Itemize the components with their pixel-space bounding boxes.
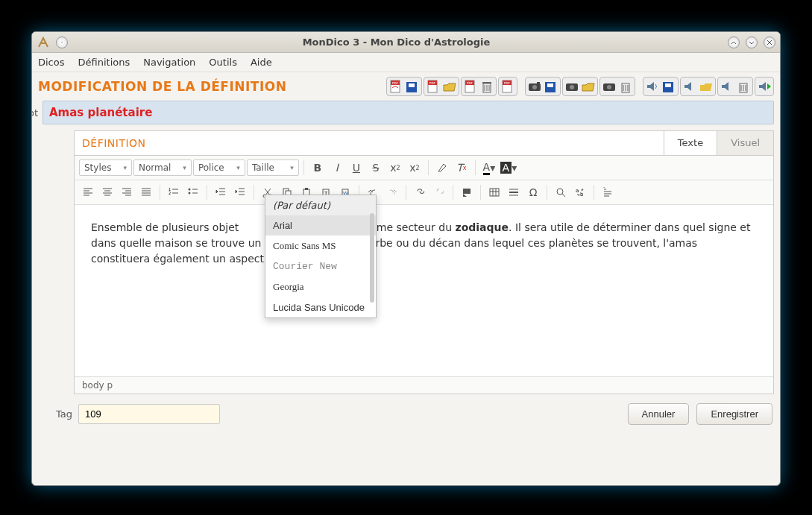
sound-save-icon[interactable] xyxy=(661,78,677,95)
font-option-courier[interactable]: Courier New xyxy=(265,256,376,277)
tag-label: Tag xyxy=(56,408,72,420)
editor-toolbar-1: Styles▾ Normal▾ Police▾ Taille▾ B I U S … xyxy=(75,156,773,180)
align-justify-button[interactable] xyxy=(137,183,155,201)
mot-field[interactable]: Amas planétaire xyxy=(43,101,774,124)
camera-icon-2[interactable] xyxy=(564,78,580,95)
tabs: DÉFINITION Texte Visuel xyxy=(74,130,774,156)
bold-button[interactable]: B xyxy=(309,159,327,177)
svg-text:PDF: PDF xyxy=(429,81,435,85)
hr-button[interactable] xyxy=(505,183,523,201)
font-option-default[interactable]: (Par défaut) xyxy=(265,195,376,215)
menu-navigation[interactable]: Navigation xyxy=(143,57,195,68)
menu-aide[interactable]: Aide xyxy=(251,57,272,68)
maximize-button[interactable] xyxy=(746,37,758,48)
close-button[interactable] xyxy=(764,37,775,48)
dropdown-scrollbar[interactable] xyxy=(370,213,374,303)
sound-play-icon[interactable] xyxy=(756,78,772,95)
align-center-button[interactable] xyxy=(98,183,116,201)
save-button[interactable]: Enregistrer xyxy=(696,403,772,425)
link-button[interactable] xyxy=(411,183,429,201)
special-char-button[interactable]: Ω xyxy=(524,183,542,201)
sound-open-icon[interactable] xyxy=(698,78,714,95)
styles-select[interactable]: Styles▾ xyxy=(79,159,132,176)
menu-dicos[interactable]: Dicos xyxy=(38,57,65,68)
minimize-button[interactable] xyxy=(728,37,740,48)
camera-save-icon[interactable] xyxy=(543,78,559,95)
bullet-list-button[interactable] xyxy=(184,183,202,201)
menu-outils[interactable]: Outils xyxy=(209,57,237,68)
italic-button[interactable]: I xyxy=(328,159,346,177)
pdf-export-icon-4[interactable]: PDF xyxy=(500,78,516,95)
indent-button[interactable] xyxy=(231,183,249,201)
svg-point-32 xyxy=(189,192,191,195)
pdf-export-icon-2[interactable]: PDF xyxy=(425,78,441,95)
blockquote-button[interactable]: " xyxy=(599,183,617,201)
titlebar-menu-button[interactable]: · xyxy=(56,37,68,48)
pdf-delete-icon[interactable] xyxy=(479,78,495,95)
align-left-button[interactable] xyxy=(79,183,97,201)
highlight-button[interactable] xyxy=(433,159,451,177)
editor-statusbar: body p xyxy=(75,376,773,394)
superscript-button[interactable]: x2 xyxy=(406,159,424,177)
camera-delete-icon[interactable] xyxy=(617,78,634,95)
anchor-button[interactable] xyxy=(458,183,476,201)
svg-rect-27 xyxy=(665,83,671,87)
find-button[interactable] xyxy=(552,183,570,201)
font-select[interactable]: Police▾ xyxy=(193,159,245,176)
format-select[interactable]: Normal▾ xyxy=(133,159,192,176)
svg-text:": " xyxy=(602,187,605,192)
header-toolbar: PDF PDF PDF PDF xyxy=(386,77,774,96)
unlink-button[interactable] xyxy=(430,183,448,201)
sound-icon-3[interactable] xyxy=(719,78,735,95)
editor-content[interactable]: Ensemble de plusieurs objet_____________… xyxy=(75,205,773,376)
camera-open-icon[interactable] xyxy=(580,78,597,95)
page-title: MODIFICATION DE LA DÉFINITION xyxy=(38,79,286,94)
tag-input[interactable] xyxy=(78,404,220,424)
strike-button[interactable]: S xyxy=(367,159,385,177)
mot-label: Mot xyxy=(31,107,38,119)
subscript-button[interactable]: x2 xyxy=(386,159,404,177)
svg-point-45 xyxy=(557,189,563,195)
svg-text:b: b xyxy=(580,192,584,198)
element-path[interactable]: body p xyxy=(82,380,113,391)
clear-format-button[interactable]: Tx xyxy=(453,159,470,177)
camera-icon[interactable] xyxy=(526,78,543,95)
font-option-arial[interactable]: Arial xyxy=(265,215,376,236)
font-option-comic[interactable]: Comic Sans MS xyxy=(265,236,376,256)
svg-rect-20 xyxy=(547,83,553,87)
tab-visuel[interactable]: Visuel xyxy=(717,130,774,155)
camera-icon-3[interactable] xyxy=(601,78,617,95)
svg-text:a: a xyxy=(576,188,579,194)
svg-text:2: 2 xyxy=(169,191,171,195)
sound-delete-icon[interactable] xyxy=(735,78,752,95)
sound-icon-2[interactable] xyxy=(682,78,698,95)
redo-button[interactable] xyxy=(383,183,401,201)
pdf-save-icon[interactable] xyxy=(404,78,421,95)
align-right-button[interactable] xyxy=(118,183,136,201)
size-select[interactable]: Taille▾ xyxy=(247,159,299,176)
tab-texte[interactable]: Texte xyxy=(664,130,717,155)
bg-color-button[interactable]: A ▾ xyxy=(500,159,517,177)
replace-button[interactable]: ab xyxy=(571,183,589,201)
numbered-list-button[interactable]: 12 xyxy=(165,183,183,201)
bottom-bar: Tag Annuler Enregistrer xyxy=(32,394,780,432)
font-option-lucida[interactable]: Lucida Sans Unicode xyxy=(265,297,376,317)
svg-rect-18 xyxy=(537,82,540,84)
pdf-export-icon[interactable]: PDF xyxy=(388,78,404,95)
underline-button[interactable]: U xyxy=(347,159,365,177)
pdf-open-icon[interactable] xyxy=(441,78,458,95)
editor-toolbar-2: 12 T W Ω ab " xyxy=(75,180,773,205)
cancel-button[interactable]: Annuler xyxy=(628,403,690,425)
pdf-export-icon-3[interactable]: PDF xyxy=(462,78,479,95)
svg-rect-44 xyxy=(490,189,499,196)
menu-definitions[interactable]: Définitions xyxy=(78,57,130,68)
font-dropdown: (Par défaut) Arial Comic Sans MS Courier… xyxy=(265,195,377,318)
outdent-button[interactable] xyxy=(212,183,230,201)
editor: Styles▾ Normal▾ Police▾ Taille▾ B I U S … xyxy=(74,156,774,394)
table-button[interactable] xyxy=(485,183,503,201)
sound-icon[interactable] xyxy=(644,78,661,95)
font-option-georgia[interactable]: Georgia xyxy=(265,277,376,297)
text-color-button[interactable]: A ▾ xyxy=(480,159,498,177)
svg-rect-4 xyxy=(409,83,415,87)
svg-point-22 xyxy=(570,85,574,89)
